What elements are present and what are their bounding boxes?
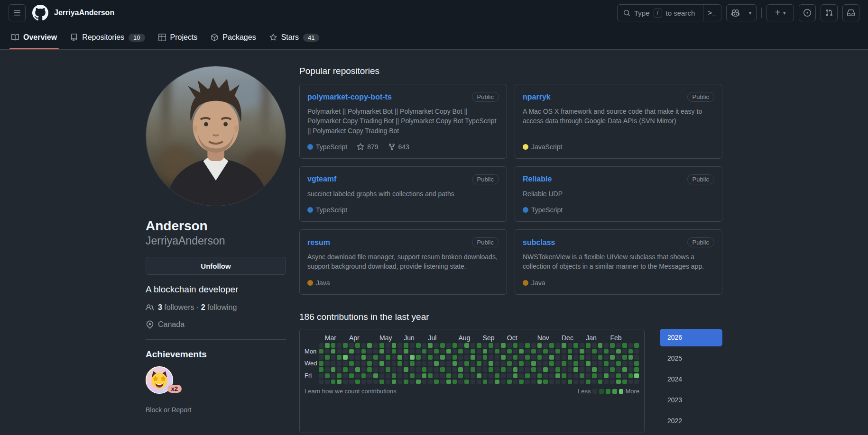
contribution-cell xyxy=(471,373,475,378)
contribution-cell xyxy=(525,380,530,384)
profile-sidebar: Anderson JerriyaAnderson Unfollow A bloc… xyxy=(146,66,286,435)
issues-button[interactable] xyxy=(799,4,816,21)
repo-forks[interactable]: 643 xyxy=(388,143,409,151)
repo-visibility-badge: Public xyxy=(472,174,499,184)
contribution-legend: Less More xyxy=(578,388,639,395)
year-button-2024[interactable]: 2024 xyxy=(660,371,722,388)
contribution-cell xyxy=(404,361,408,366)
repo-visibility-badge: Public xyxy=(472,92,499,102)
month-label: May xyxy=(379,334,392,342)
contribution-cell xyxy=(628,355,633,360)
create-new-button[interactable]: + ▾ xyxy=(766,4,794,21)
contribution-cell xyxy=(513,355,518,360)
contribution-cell xyxy=(404,373,408,378)
repo-visibility-badge: Public xyxy=(687,237,714,247)
contribution-cell xyxy=(489,355,493,360)
repo-name-link[interactable]: resum xyxy=(307,238,330,247)
contribution-cell xyxy=(452,380,457,384)
contribution-cell xyxy=(507,349,512,354)
contribution-cell xyxy=(598,380,603,384)
count-contributions-link[interactable]: Learn how we count contributions xyxy=(305,388,397,395)
contribution-cell xyxy=(513,367,518,372)
contribution-cell xyxy=(568,355,573,360)
repo-stars[interactable]: 879 xyxy=(357,143,378,151)
contribution-cell xyxy=(434,343,439,348)
repo-name-link[interactable]: vgteamf xyxy=(307,175,336,183)
repo-language: JavaScript xyxy=(523,143,562,151)
contribution-cell xyxy=(379,355,384,360)
repo-meta: Java xyxy=(523,272,714,287)
contribution-cell xyxy=(428,361,433,366)
block-or-report-link[interactable]: Block or Report xyxy=(146,406,191,414)
contribution-cell xyxy=(373,349,378,354)
tab-repositories[interactable]: Repositories 10 xyxy=(64,26,151,49)
year-button-2023[interactable]: 2023 xyxy=(660,391,722,409)
tab-packages[interactable]: Packages xyxy=(204,26,262,49)
contribution-cell xyxy=(573,367,578,372)
search-input[interactable]: Type / to search >_ xyxy=(617,4,721,21)
contribution-cell xyxy=(477,361,481,366)
github-logo[interactable] xyxy=(32,5,48,21)
contribution-cell xyxy=(471,349,475,354)
contribution-cell xyxy=(392,343,397,348)
year-button-2026[interactable]: 2026 xyxy=(660,329,722,346)
contribution-cell xyxy=(483,361,488,366)
followers-row[interactable]: 3 followers · 2 following xyxy=(146,303,286,312)
inbox-button[interactable] xyxy=(842,4,859,21)
contribution-cell xyxy=(367,367,372,372)
contribution-cell xyxy=(592,361,597,366)
repo-language: Java xyxy=(307,279,330,287)
contribution-cell xyxy=(440,373,445,378)
copilot-button[interactable] xyxy=(727,5,744,21)
copilot-dropdown-caret[interactable]: ▾ xyxy=(744,5,756,21)
repo-card: subclass Public NWSTokenView is a flexib… xyxy=(515,229,722,295)
contribution-cell xyxy=(434,373,439,378)
contribution-cell xyxy=(379,367,384,372)
repo-name-link[interactable]: Reliable xyxy=(523,175,552,183)
contribution-cell xyxy=(361,367,366,372)
contribution-cell xyxy=(349,373,354,378)
contribution-cell xyxy=(325,349,330,354)
pull-requests-button[interactable] xyxy=(821,4,838,21)
contribution-cell xyxy=(616,349,621,354)
tab-projects[interactable]: Projects xyxy=(152,26,204,49)
contribution-cell xyxy=(464,367,469,372)
repo-name-link[interactable]: subclass xyxy=(523,238,555,247)
year-button-2022[interactable]: 2022 xyxy=(660,412,722,430)
contribution-cell xyxy=(428,380,433,384)
repo-name-link[interactable]: polymarket-copy-bot-ts xyxy=(307,93,392,101)
contribution-cell xyxy=(319,380,323,384)
profile-name: Anderson xyxy=(146,218,286,234)
tab-overview[interactable]: Overview xyxy=(5,26,64,49)
contribution-cell xyxy=(458,373,463,378)
hamburger-menu-button[interactable] xyxy=(9,4,26,21)
contribution-cell xyxy=(343,361,348,366)
achievement-badge[interactable]: x2 xyxy=(146,366,177,394)
location-row: Canada xyxy=(146,320,286,329)
contribution-cell xyxy=(568,349,573,354)
unfollow-button[interactable]: Unfollow xyxy=(146,257,286,275)
contribution-cell xyxy=(464,361,469,366)
header-username[interactable]: JerriyaAnderson xyxy=(54,9,114,17)
legend-square xyxy=(606,389,610,394)
repo-language: TypeScript xyxy=(307,143,347,151)
command-palette-button[interactable]: >_ xyxy=(703,5,721,21)
contribution-cell xyxy=(349,361,354,366)
contribution-cell xyxy=(604,373,609,378)
contribution-cell xyxy=(513,343,518,348)
contribution-cell xyxy=(586,361,591,366)
repo-visibility-badge: Public xyxy=(687,92,714,102)
year-button-2025[interactable]: 2025 xyxy=(660,350,722,367)
repo-meta: Java xyxy=(307,272,499,287)
contribution-cell xyxy=(410,349,415,354)
contribution-cell xyxy=(471,361,475,366)
contribution-cell xyxy=(586,355,591,360)
contribution-cell xyxy=(325,380,330,384)
month-label: Oct xyxy=(507,334,517,342)
contribution-cell xyxy=(628,343,633,348)
avatar[interactable] xyxy=(146,66,286,206)
repo-name-link[interactable]: nparryk xyxy=(523,93,551,101)
contribution-cell xyxy=(361,343,366,348)
tab-stars[interactable]: Stars 41 xyxy=(263,26,326,49)
repo-description: A Mac OS X framework and source code tha… xyxy=(523,107,714,126)
